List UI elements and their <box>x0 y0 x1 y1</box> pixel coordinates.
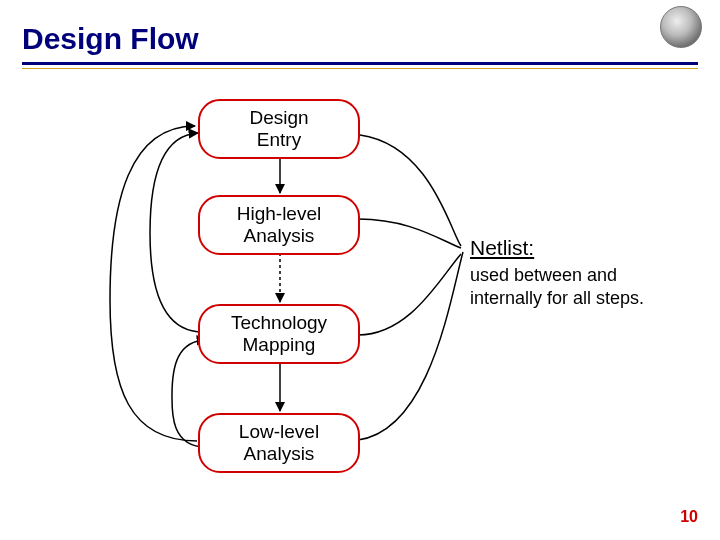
node-label: Low-level Analysis <box>239 421 319 465</box>
annotation-body: used between and internally for all step… <box>470 264 690 309</box>
slide-title: Design Flow <box>22 22 199 56</box>
node-design-entry: Design Entry <box>198 99 360 159</box>
node-low-level-analysis: Low-level Analysis <box>198 413 360 473</box>
node-label: Design Entry <box>249 107 308 151</box>
node-label: High-level Analysis <box>237 203 321 247</box>
title-underline-thin <box>22 68 698 69</box>
node-label: Technology Mapping <box>231 312 327 356</box>
annotation-title: Netlist: <box>470 236 534 260</box>
title-underline-thick <box>22 62 698 65</box>
node-technology-mapping: Technology Mapping <box>198 304 360 364</box>
page-number: 10 <box>680 508 698 526</box>
node-high-level-analysis: High-level Analysis <box>198 195 360 255</box>
corner-logo <box>660 6 702 48</box>
